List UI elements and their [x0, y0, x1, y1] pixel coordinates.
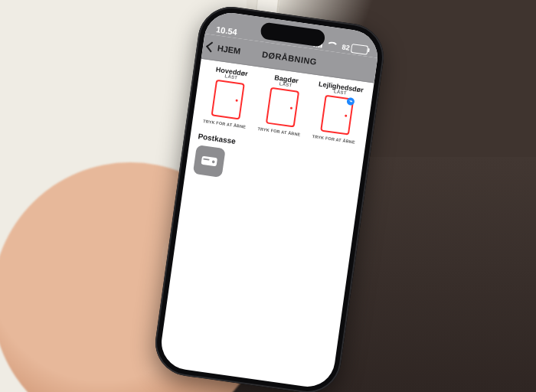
page-title: DØRÅBNING: [261, 50, 317, 67]
door-hint: TRYK FOR AT ÅBNE: [203, 119, 247, 129]
svg-rect-0: [201, 156, 218, 167]
door-item-lejlighedsdor[interactable]: Lejlighedsdør LÅST ⌁ TRYK FOR AT ÅBNE: [308, 80, 368, 145]
mailbox-icon: [200, 153, 218, 169]
door-icon: ⌁: [320, 95, 354, 136]
status-time: 10.54: [216, 24, 238, 37]
door-item-bagdor[interactable]: Bagdør LÅST TRYK FOR AT ÅBNE: [253, 72, 312, 138]
door-status: LÅST: [224, 74, 238, 80]
chevron-left-icon: [206, 41, 217, 52]
door-status: LÅST: [334, 89, 348, 95]
wifi-icon: [325, 41, 338, 51]
door-hint: TRYK FOR AT ÅBNE: [312, 134, 355, 145]
mailbox-button[interactable]: [193, 145, 226, 178]
bluetooth-icon: ⌁: [346, 97, 355, 106]
back-label: HJEM: [217, 44, 241, 56]
door-icon: [266, 87, 299, 128]
photo-background: 10.54 82 HJEM DØRÅBNING: [0, 0, 536, 392]
door-icon: [211, 80, 245, 120]
door-item-hoveddor[interactable]: Hoveddør LÅST TRYK FOR AT ÅBNE: [198, 64, 258, 130]
content-area: Hoveddør LÅST TRYK FOR AT ÅBNE Bagdør LÅ…: [185, 59, 374, 201]
back-button[interactable]: HJEM: [207, 42, 241, 56]
door-hint: TRYK FOR AT ÅBNE: [257, 126, 301, 137]
door-status: LÅST: [279, 81, 293, 87]
